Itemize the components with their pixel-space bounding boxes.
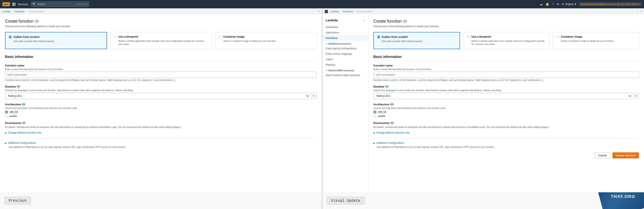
services-label[interactable]: Services [18, 3, 28, 6]
help-icon[interactable]: ? [552, 2, 554, 6]
create-function-button[interactable]: Create function [612, 152, 639, 158]
right-main-content: Create function Info Choose one of the f… [368, 15, 644, 192]
right-permissions-label: Permissions Info [374, 122, 639, 124]
sidebar-item-event-source[interactable]: Event source mappings [322, 51, 368, 57]
sidebar-item-code-signing[interactable]: Code signing configurations [322, 46, 368, 51]
bell-icon[interactable]: 🔔 [546, 2, 549, 6]
top-nav: aws Services 🔍 Search [Option+S] ☁ 🔔 ? ⚙… [0, 0, 644, 8]
sidebar-additional-resources[interactable]: ▼ Additional resources [322, 41, 368, 46]
left-runtime-select[interactable]: Node.js 20.x [5, 93, 309, 99]
cloud-icon[interactable]: ☁ [540, 2, 542, 6]
sidebar-item-dashboard[interactable]: Dashboard [322, 24, 368, 30]
right-option-container[interactable]: Container image Select a container image… [553, 32, 639, 49]
right-arch-hint: Choose the instruction set architecture … [374, 107, 639, 109]
right-option-blueprint[interactable]: Use a blueprint Build a Lambda applicati… [463, 32, 550, 49]
sidebar-related-arrow: ▼ [326, 70, 328, 72]
right-change-default-label: Change default execution role [376, 131, 410, 134]
right-runtime-info[interactable]: Info [386, 85, 388, 88]
nav-icons: ☁ 🔔 ? ⚙ [540, 2, 559, 6]
breadcrumb-functions[interactable]: Functions [14, 10, 24, 13]
left-function-name-input[interactable] [5, 72, 317, 78]
left-arch-x86-radio[interactable] [5, 110, 8, 114]
sidebar-related-aws[interactable]: ▼ Related AWS resources [322, 68, 368, 72]
left-radio-blueprint[interactable] [114, 35, 117, 38]
breadcrumb-lambda[interactable]: Lambda [2, 10, 10, 13]
sidebar-item-applications[interactable]: Applications [322, 30, 368, 35]
right-architecture-label: Architecture Info [374, 103, 639, 106]
sidebar-item-layers[interactable]: Layers [322, 57, 368, 62]
left-arch-x86[interactable]: x86_64 [5, 110, 317, 114]
left-option-author-header: Author from scratch [9, 35, 103, 38]
right-breadcrumb-functions[interactable]: Functions [343, 10, 353, 13]
sidebar-item-functions[interactable]: Functions [322, 35, 368, 41]
left-perm-info[interactable]: Info [22, 122, 25, 124]
right-runtime-label: Runtime Info [374, 85, 639, 88]
right-info-badge[interactable]: Info [403, 20, 407, 23]
left-radio-container[interactable] [219, 35, 222, 38]
right-radio-blueprint[interactable] [467, 35, 470, 38]
right-arch-info[interactable]: Info [390, 103, 393, 106]
left-option-blueprint-desc: Build a Lambda application from sample c… [118, 40, 208, 46]
left-function-name-validation: Function name must be 1 to 64 characters… [5, 79, 317, 81]
visual-update-badge: Visual Update [326, 197, 365, 204]
left-option-blueprint[interactable]: Use a blueprint Build a Lambda applicati… [110, 32, 212, 49]
right-expand-icon: ▶ [374, 132, 375, 134]
right-nav-icons: ℹ ⚙ [637, 10, 642, 13]
left-arch-hint: Choose the instruction set architecture … [5, 107, 317, 109]
right-arch-x86-radio[interactable] [374, 110, 376, 114]
cancel-button[interactable]: Cancel [595, 152, 610, 158]
right-radio-container[interactable] [556, 35, 559, 38]
right-additional-config[interactable]: ▶ Additional Configurations [374, 142, 639, 144]
right-option-author[interactable]: Author from scratch Start with a simple … [374, 32, 460, 49]
right-runtime-group: Runtime Info Choose the language to use … [374, 85, 639, 99]
left-arch-arm64[interactable]: arm64 [5, 115, 317, 118]
left-option-author[interactable]: Author from scratch Start with a simple … [5, 32, 107, 49]
watermark-overlay: THXF.ORG [596, 192, 644, 209]
sidebar-item-step-functions[interactable]: Step Functions state machines [322, 72, 368, 78]
right-arch-x86[interactable]: x86_64 [374, 110, 639, 114]
breadcrumb-sep1: › [12, 10, 13, 13]
left-runtime-refresh[interactable]: ↻ [311, 93, 317, 99]
left-option-container[interactable]: Container image Select a container image… [215, 32, 317, 49]
left-change-default-role[interactable]: ▶ Change default execution role [5, 131, 317, 134]
sidebar-collapse-btn[interactable]: ‹ [364, 18, 365, 22]
left-option-container-header: Container image [219, 35, 313, 38]
breadcrumb-create: Create function [29, 10, 44, 13]
services-grid-icon[interactable] [12, 3, 16, 6]
right-option-container-title: Container image [561, 35, 582, 38]
right-runtime-refresh[interactable]: ↻ [633, 93, 639, 99]
left-arch-arm64-radio[interactable] [5, 115, 8, 118]
right-option-author-header: Author from scratch [377, 35, 456, 38]
left-arch-info[interactable]: Info [22, 103, 25, 106]
bottom-row: Previous Visual Update THXF.ORG [0, 192, 644, 209]
right-arch-arm64[interactable]: arm64 [374, 115, 639, 118]
left-page-title: Create function [5, 19, 34, 24]
sidebar-item-replicas[interactable]: Replicas [322, 62, 368, 68]
right-breadcrumb-lambda[interactable]: Lambda [330, 10, 339, 13]
right-radio-author[interactable] [377, 36, 380, 38]
left-option-author-desc: Start with a simple Hello World example. [14, 40, 103, 43]
region-selector[interactable]: N. Virginia ▼ [562, 3, 576, 6]
right-runtime-select[interactable]: Node.js 20.x [374, 93, 632, 99]
right-settings-icon[interactable]: ⚙ [640, 10, 642, 13]
panel-close-icon[interactable]: ⚙ [318, 10, 320, 13]
right-nav-logo[interactable]: ⬛ [324, 10, 328, 13]
settings-icon[interactable]: ⚙ [556, 2, 559, 6]
right-function-name-group: Function name Enter a name that describe… [374, 64, 639, 81]
search-bar[interactable]: 🔍 Search [Option+S] [31, 2, 89, 7]
right-arch-arm64-radio[interactable] [374, 115, 376, 118]
right-function-name-input[interactable] [374, 72, 639, 78]
account-selector[interactable]: ReadWrite/nikki.wolf@mycorp.com @ 1111-2… [579, 2, 642, 6]
left-title-row: Create function Info [5, 19, 317, 24]
left-additional-config[interactable]: ▶ Additional Configurations [5, 142, 317, 144]
left-runtime-info[interactable]: Info [17, 85, 20, 88]
right-info-icon[interactable]: ℹ [637, 10, 638, 13]
right-runtime-hint: Choose the language to use to write your… [374, 89, 639, 92]
left-subtitle: Choose one of the following options to c… [5, 25, 317, 28]
right-change-default-role[interactable]: ▶ Change default execution role [374, 131, 639, 134]
left-info-badge[interactable]: Info [35, 20, 38, 23]
right-permissions-group: Permissions Info By default, Lambda will… [374, 122, 639, 134]
left-radio-author[interactable] [9, 36, 12, 38]
left-option-cards: Author from scratch Start with a simple … [5, 32, 317, 49]
right-perm-info[interactable]: Info [391, 122, 394, 124]
